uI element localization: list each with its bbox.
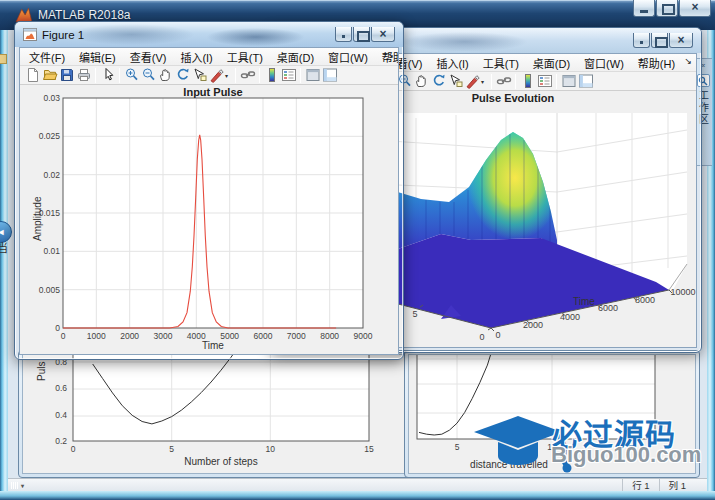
tick-label: 0 xyxy=(468,332,496,342)
menu-window[interactable]: 窗口(W) xyxy=(321,48,375,66)
tick-label: 15 xyxy=(354,444,384,454)
tick-label: 0.6 xyxy=(41,383,67,393)
cursor-position-indicator: 行 1 列 1 xyxy=(622,479,695,491)
minimize-button[interactable] xyxy=(335,27,352,42)
menu-window[interactable]: 窗口(W) xyxy=(577,54,631,72)
menu-edit[interactable]: 编辑(E) xyxy=(72,48,123,66)
zoom-out-icon[interactable] xyxy=(140,67,157,83)
tick-label: 6000 xyxy=(248,331,278,341)
tick-label: 10 xyxy=(255,444,285,454)
brush-dropdown-icon[interactable]: ▾ xyxy=(225,72,232,79)
x-axis-label: Number of steps xyxy=(151,456,291,467)
menu-file[interactable]: 文件(F) xyxy=(22,48,72,66)
close-button[interactable] xyxy=(669,33,693,48)
main-window-controls xyxy=(632,0,711,17)
y-axis-label: Puls xyxy=(36,362,47,381)
show-plot-tools-icon[interactable] xyxy=(321,67,338,83)
menu-desktop[interactable]: 桌面(D) xyxy=(270,48,321,66)
window-border-left xyxy=(0,30,8,491)
tick-label: 2000 xyxy=(519,320,547,330)
figure1-client-area: 文件(F) 编辑(E) 查看(V) 插入(I) 工具(T) 桌面(D) 窗口(W… xyxy=(19,47,399,355)
new-file-icon[interactable] xyxy=(24,67,41,83)
insert-colorbar-icon[interactable] xyxy=(263,67,280,83)
insert-legend-icon[interactable] xyxy=(536,73,553,89)
figure1-toolbar: ▾ xyxy=(20,66,398,85)
maximize-button[interactable] xyxy=(353,27,370,42)
pan-icon[interactable] xyxy=(413,73,430,89)
hide-plot-tools-icon[interactable] xyxy=(304,67,321,83)
insert-legend-icon[interactable] xyxy=(280,67,297,83)
figure-window-distance[interactable]: 510 distance travelled xyxy=(404,350,700,478)
menu-tools[interactable]: 工具(T) xyxy=(220,48,270,66)
maximize-button[interactable] xyxy=(651,33,668,48)
menu-insert[interactable]: 插入(I) xyxy=(173,48,219,66)
link-plots-icon[interactable] xyxy=(239,67,256,83)
distance-canvas: 510 distance travelled xyxy=(408,354,696,474)
menu-tools[interactable]: 工具(T) xyxy=(476,54,526,72)
status-bar: ▾ 行 1 列 1 xyxy=(8,478,707,491)
tick-label: 0.005 xyxy=(20,285,60,295)
edit-plot-icon[interactable] xyxy=(99,67,116,83)
minimize-button[interactable] xyxy=(633,33,650,48)
menu-desktop[interactable]: 桌面(D) xyxy=(526,54,577,72)
tick-label: 0 xyxy=(20,323,60,333)
close-button[interactable] xyxy=(679,0,711,17)
brush-dropdown-icon[interactable]: ▾ xyxy=(481,78,488,85)
tick-label: 3000 xyxy=(148,331,178,341)
figure1-titlebar[interactable]: Figure 1 xyxy=(15,22,403,47)
menu-insert[interactable]: 插入(I) xyxy=(429,54,475,72)
tick-label: 7000 xyxy=(281,331,311,341)
save-icon[interactable] xyxy=(58,67,75,83)
input-pulse-plot xyxy=(20,86,398,354)
status-row: 行 1 xyxy=(622,479,658,491)
insert-colorbar-icon[interactable] xyxy=(519,73,536,89)
window-border-bottom xyxy=(0,491,715,500)
print-icon[interactable] xyxy=(75,67,92,83)
plot-title: Pulse Evolution xyxy=(451,92,575,104)
show-plot-tools-icon[interactable] xyxy=(577,73,594,89)
figure1-menubar: 文件(F) 编辑(E) 查看(V) 插入(I) 工具(T) 桌面(D) 窗口(W… xyxy=(20,48,398,66)
rotate-3d-icon[interactable] xyxy=(430,73,447,89)
minimize-button[interactable] xyxy=(633,0,655,17)
figure1-title: Figure 1 xyxy=(42,29,334,41)
figure1-canvas: 0100020003000400050006000700080009000 00… xyxy=(20,86,398,354)
screen: MATLAB R2018a ▾ 行 1 列 1 « 工作区 ◄ 当 xyxy=(0,0,715,500)
status-col: 列 1 xyxy=(659,479,695,491)
pan-icon[interactable] xyxy=(157,67,174,83)
zoom-in-icon[interactable] xyxy=(123,67,140,83)
x-axis-label: distance travelled xyxy=(449,459,569,470)
figure1-window[interactable]: Figure 1 文件(F) 编辑(E) 查看(V) 插入(I) 工具(T) 桌… xyxy=(14,21,404,360)
toolstrip-fragment-icon xyxy=(0,54,7,64)
brush-icon[interactable] xyxy=(208,67,225,83)
x-axis-label: Time xyxy=(183,340,243,351)
figure-icon xyxy=(23,28,37,41)
menu-pin-icon[interactable]: ↘ xyxy=(684,56,692,66)
link-plots-icon[interactable] xyxy=(495,73,512,89)
tick-label: 0.025 xyxy=(20,131,60,141)
tick-label: 8000 xyxy=(315,331,345,341)
menu-view[interactable]: 查看(V) xyxy=(123,48,174,66)
pulse-width-canvas: 051015 0.20.40.60.8 Number of steps Puls xyxy=(22,354,410,474)
data-cursor-icon[interactable] xyxy=(447,73,464,89)
brush-icon[interactable] xyxy=(464,73,481,89)
toolbar-grip[interactable]: ▾ xyxy=(11,482,24,489)
tick-label: 9000 xyxy=(348,331,378,341)
tick-label: 0.01 xyxy=(20,246,60,256)
maximize-button[interactable] xyxy=(656,0,678,17)
hide-plot-tools-icon[interactable] xyxy=(560,73,577,89)
tick-label: 0.02 xyxy=(20,170,60,180)
x-axis-label: Time xyxy=(554,296,614,307)
data-cursor-icon[interactable] xyxy=(191,67,208,83)
menu-pin-icon[interactable]: ↘ xyxy=(386,50,394,60)
close-button[interactable] xyxy=(371,27,395,42)
tick-label: 5 xyxy=(445,442,469,452)
rotate-3d-icon[interactable] xyxy=(174,67,191,83)
menu-help[interactable]: 帮助(H) xyxy=(631,54,682,72)
tick-label: 10 xyxy=(540,442,564,452)
tick-label: 4000 xyxy=(556,312,584,322)
pe-window-controls xyxy=(632,33,693,48)
open-file-icon[interactable] xyxy=(41,67,58,83)
tick-label: 5 xyxy=(157,444,187,454)
figure-window-pulse-width[interactable]: 051015 0.20.40.60.8 Number of steps Puls xyxy=(18,350,414,478)
panel-title-fragment: 当 xyxy=(0,239,8,255)
